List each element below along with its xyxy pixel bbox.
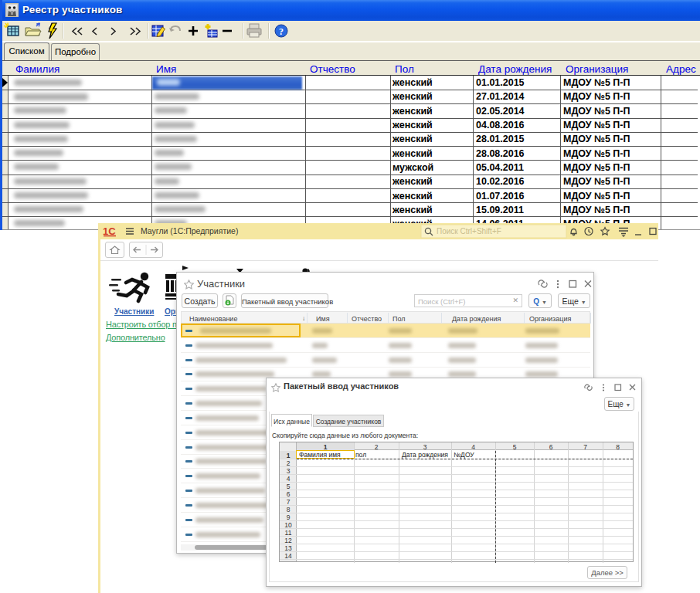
svg-text:?: ? (279, 26, 284, 37)
svg-text:Маугли (1С:Предприятие): Маугли (1С:Предприятие) (141, 226, 238, 236)
svg-text:Поиск Ctrl+Shift+F: Поиск Ctrl+Shift+F (437, 227, 501, 236)
